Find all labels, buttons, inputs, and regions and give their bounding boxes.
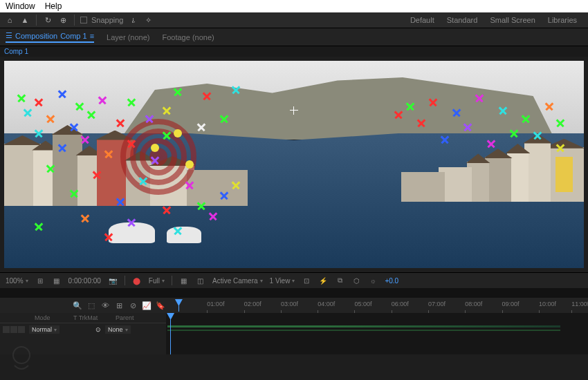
mask-icon[interactable]: ◫ — [196, 276, 205, 285]
rotate-tool-icon[interactable]: ↻ — [42, 15, 53, 26]
camera-tool-icon[interactable]: ⊕ — [57, 15, 68, 26]
workspace-default[interactable]: Default — [410, 16, 434, 24]
snapping-checkbox[interactable] — [80, 17, 87, 23]
comp-breadcrumb[interactable]: Comp 1 — [0, 46, 588, 57]
time-ruler[interactable]: 01:00f 02:00f 03:00f 04:00f 05:00f 06:00… — [174, 299, 584, 312]
comp-mini-icon[interactable]: ⬚ — [86, 300, 97, 311]
selection-tool-icon[interactable]: ▲ — [19, 15, 30, 26]
search-icon[interactable]: 🔍 — [72, 300, 83, 311]
menu-help[interactable]: Help — [45, 1, 62, 11]
snapshot-icon[interactable]: 📷 — [108, 276, 118, 285]
tab-menu-icon[interactable]: ≡ — [90, 32, 94, 40]
panel-tabs: ☰ Composition Comp 1 ≡ Layer (none) Foot… — [0, 28, 588, 46]
workspace-switcher: Default Standard Small Screen Libraries — [410, 16, 584, 24]
grid-icon[interactable]: ▦ — [52, 276, 62, 285]
tab-footage[interactable]: Footage (none) — [162, 31, 214, 43]
hamburger-icon: ☰ — [6, 31, 12, 40]
resolution-icon[interactable]: ⊞ — [35, 276, 45, 285]
resolution-dropdown[interactable]: Full▾ — [149, 277, 165, 285]
parent-pickwhip-icon[interactable]: ⊙ — [95, 326, 101, 333]
snap-option-icon[interactable]: ⫰ — [128, 15, 139, 26]
workspace-libraries[interactable]: Libraries — [548, 16, 577, 24]
pixel-aspect-icon[interactable]: ⊡ — [302, 276, 311, 285]
flowchart-icon[interactable]: ⬡ — [351, 276, 361, 285]
tool-bar: ⌂ ▲ ↻ ⊕ Snapping ⫰ ✧ Default Standard Sm… — [0, 12, 588, 28]
col-mode: Mode — [35, 314, 69, 321]
playhead[interactable] — [178, 299, 179, 312]
timeline-body: Mode T TrkMat Parent Normal▾ ⊙ None▾ — [0, 313, 588, 354]
frame-blend-icon[interactable]: ⊞ — [113, 300, 125, 311]
snapping-label: Snapping — [91, 16, 124, 24]
motion-blur-icon[interactable]: ⊘ — [127, 300, 138, 311]
workspace-standard[interactable]: Standard — [447, 16, 478, 24]
viewer-controls: 100%▾ ⊞ ▦ 0:00:00:00 📷 ⬤ Full▾ ▦ ◫ Activ… — [0, 272, 588, 288]
zoom-dropdown[interactable]: 100%▾ — [6, 277, 28, 285]
camera-dropdown[interactable]: Active Camera▾ — [212, 277, 263, 285]
workspace-small-screen[interactable]: Small Screen — [490, 16, 535, 24]
solo-toggle[interactable] — [10, 326, 17, 333]
fx-toggle[interactable] — [3, 326, 10, 333]
exposure-reset-icon[interactable]: ☼ — [368, 276, 378, 285]
blend-mode-dropdown[interactable]: Normal▾ — [29, 325, 59, 334]
graph-editor-icon[interactable]: 📈 — [141, 300, 152, 311]
tag-icon[interactable]: 🔖 — [155, 300, 166, 311]
composition-viewer[interactable] — [4, 61, 584, 268]
anchor-point-icon[interactable] — [290, 106, 298, 115]
fast-preview-icon[interactable]: ⚡ — [318, 276, 328, 285]
timeline-icon[interactable]: ⧉ — [335, 276, 344, 285]
watermark — [4, 341, 39, 376]
timeline-header: 🔍 ⬚ 👁 ⊞ ⊘ 📈 🔖 01:00f 02:00f 03:00f 04:00… — [0, 298, 588, 313]
transparency-grid-icon[interactable]: ▦ — [179, 276, 189, 285]
video-frame — [4, 61, 584, 268]
parent-dropdown[interactable]: None▾ — [105, 325, 131, 334]
lock-toggle[interactable] — [18, 326, 25, 333]
layer-bar[interactable] — [167, 325, 560, 327]
menu-window[interactable]: Window — [6, 1, 35, 11]
timecode-display[interactable]: 0:00:00:00 — [68, 277, 101, 285]
channel-icon[interactable]: ⬤ — [132, 276, 142, 285]
col-trkmat: T TrkMat — [73, 314, 111, 321]
layer-row[interactable]: Normal▾ ⊙ None▾ — [0, 323, 166, 336]
svg-point-0 — [13, 347, 30, 363]
menu-bar: Window Help — [0, 0, 588, 12]
col-parent: Parent — [116, 314, 134, 321]
tab-layer[interactable]: Layer (none) — [107, 31, 149, 43]
track-area[interactable] — [166, 313, 588, 354]
home-icon[interactable]: ⌂ — [4, 15, 15, 26]
exposure-value[interactable]: +0.0 — [385, 277, 398, 285]
views-dropdown[interactable]: 1 View▾ — [270, 277, 295, 285]
shy-icon[interactable]: 👁 — [100, 300, 111, 311]
snap-option2-icon[interactable]: ✧ — [143, 15, 154, 26]
tab-composition[interactable]: ☰ Composition Comp 1 ≡ — [6, 31, 94, 43]
